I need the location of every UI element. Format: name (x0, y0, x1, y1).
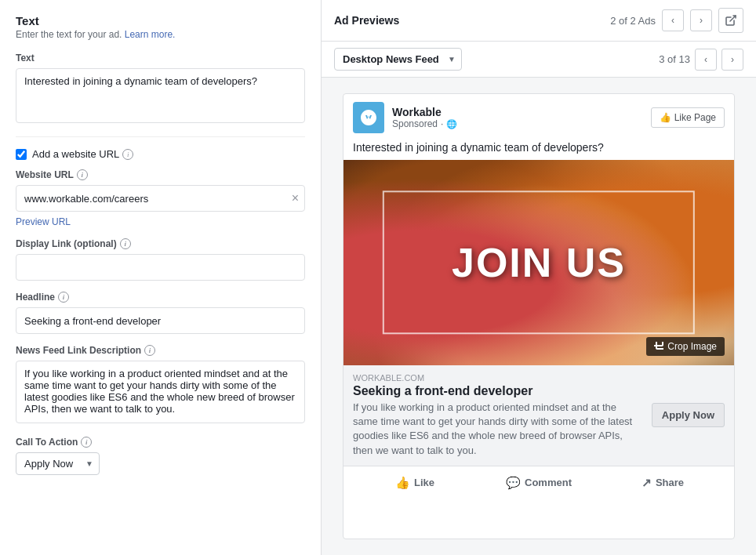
ad-preview-header: Ad Previews 2 of 2 Ads ‹ › (322, 0, 756, 42)
ad-link-headline: Seeking a front-end developer (353, 384, 644, 398)
share-action-button[interactable]: ↗ Share (601, 471, 725, 495)
cta-select-wrap: Apply Now Learn More Sign Up Download Co… (16, 452, 100, 475)
ad-count-nav: 2 of 2 Ads ‹ › (610, 8, 743, 33)
ad-count-text: 2 of 2 Ads (610, 15, 656, 27)
like-action-icon: 👍 (395, 476, 410, 490)
globe-icon: 🌐 (446, 119, 457, 129)
ad-advertiser: Workable Sponsored · 🌐 (353, 102, 457, 133)
placement-select-wrap: Desktop News Feed Mobile News Feed Right… (334, 48, 462, 71)
url-input-wrap: www.workable.com/careers × (16, 185, 305, 212)
add-url-checkbox-row: Add a website URL i (16, 148, 305, 160)
cta-select[interactable]: Apply Now Learn More Sign Up Download Co… (16, 452, 100, 475)
ad-image-background: JOIN US (343, 160, 734, 365)
headline-info-icon[interactable]: i (58, 292, 69, 303)
right-panel: Ad Previews 2 of 2 Ads ‹ › Desktop News … (322, 0, 756, 555)
ad-next-button[interactable]: › (690, 9, 712, 31)
crop-icon (654, 342, 663, 351)
preview-controls: Desktop News Feed Mobile News Feed Right… (322, 42, 756, 78)
ad-card: Workable Sponsored · 🌐 👍 Like Page Inter… (343, 93, 735, 539)
website-url-field-group: Website URL i www.workable.com/careers ×… (16, 169, 305, 227)
comment-action-button[interactable]: 💬 Comment (477, 471, 601, 495)
advertiser-info: Workable Sponsored · 🌐 (392, 106, 457, 129)
ad-previews-title: Ad Previews (334, 14, 399, 27)
placement-select[interactable]: Desktop News Feed Mobile News Feed Right… (334, 48, 462, 71)
page-prev-button[interactable]: ‹ (695, 49, 717, 71)
newsfeed-field-group: News Feed Link Description i If you like… (16, 345, 305, 426)
website-url-info-icon[interactable]: i (77, 169, 88, 180)
text-field-group: Text Interested in joining a dynamic tea… (16, 53, 305, 125)
section-title: Text (16, 14, 305, 27)
add-url-label: Add a website URL i (32, 148, 133, 160)
add-url-info-icon[interactable]: i (122, 149, 133, 160)
like-action-button[interactable]: 👍 Like (353, 471, 477, 495)
external-link-button[interactable] (718, 8, 743, 33)
cta-field-group: Call To Action i Apply Now Learn More Si… (16, 437, 305, 475)
ad-image-wrap: JOIN US Crop Image (343, 160, 734, 365)
workable-logo-icon (358, 107, 380, 129)
ad-preview-content: Workable Sponsored · 🌐 👍 Like Page Inter… (322, 78, 756, 555)
ad-card-header: Workable Sponsored · 🌐 👍 Like Page (343, 94, 734, 141)
add-url-checkbox[interactable] (16, 149, 27, 160)
display-link-info-icon[interactable]: i (120, 238, 131, 249)
display-link-field-group: Display Link (optional) i (16, 238, 305, 281)
ad-image-overlay-box: JOIN US (383, 190, 695, 334)
preview-url-link[interactable]: Preview URL (16, 216, 71, 227)
page-next-button[interactable]: › (721, 49, 743, 71)
left-panel: Text Enter the text for your ad. Learn m… (0, 0, 322, 555)
text-field-label: Text (16, 53, 305, 63)
ad-link-info: WORKABLE.COM Seeking a front-end develop… (353, 373, 644, 458)
ad-actions: 👍 Like 💬 Comment ↗ Share (343, 466, 734, 499)
comment-action-icon: 💬 (506, 476, 521, 490)
ad-link-area: WORKABLE.COM Seeking a front-end develop… (343, 365, 734, 466)
display-link-input[interactable] (16, 254, 305, 281)
newsfeed-info-icon[interactable]: i (144, 345, 155, 356)
advertiser-name: Workable (392, 106, 457, 118)
ad-prev-button[interactable]: ‹ (662, 9, 684, 31)
ad-link-domain: WORKABLE.COM (353, 373, 644, 383)
headline-label: Headline i (16, 292, 305, 303)
advertiser-meta: Sponsored · 🌐 (392, 118, 457, 129)
like-page-button[interactable]: 👍 Like Page (651, 107, 725, 128)
page-nav: 3 of 13 ‹ › (659, 49, 743, 71)
learn-more-link[interactable]: Learn more. (125, 29, 176, 40)
url-clear-button[interactable]: × (292, 192, 299, 205)
join-us-text: JOIN US (452, 239, 626, 286)
display-link-label: Display Link (optional) i (16, 238, 305, 249)
section-subtitle: Enter the text for your ad. Learn more. (16, 29, 305, 40)
website-url-label: Website URL i (16, 169, 305, 180)
apply-now-button[interactable]: Apply Now (652, 403, 725, 427)
newsfeed-label: News Feed Link Description i (16, 345, 305, 356)
share-action-icon: ↗ (642, 476, 652, 490)
crop-image-button[interactable]: Crop Image (646, 337, 725, 356)
ad-text-content: Interested in joining a dynamic team of … (343, 141, 734, 160)
headline-input[interactable]: Seeking a front-end developer (16, 307, 305, 334)
page-count-text: 3 of 13 (659, 53, 690, 65)
cta-label: Call To Action i (16, 437, 305, 448)
external-link-icon (725, 15, 736, 26)
cta-info-icon[interactable]: i (81, 437, 92, 448)
headline-field-group: Headline i Seeking a front-end developer (16, 292, 305, 334)
text-textarea[interactable]: Interested in joining a dynamic team of … (16, 68, 305, 123)
website-url-input[interactable]: www.workable.com/careers (16, 185, 305, 212)
advertiser-logo (353, 102, 384, 133)
newsfeed-textarea[interactable]: If you like working in a product oriente… (16, 361, 305, 423)
ad-link-description: If you like working in a product oriente… (353, 401, 644, 458)
